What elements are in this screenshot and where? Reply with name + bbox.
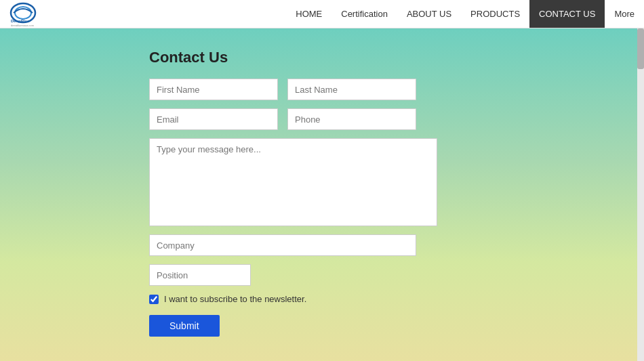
email-input[interactable] [149, 108, 278, 130]
submit-button[interactable]: Submit [149, 315, 220, 337]
contact-title: Contact Us [149, 49, 644, 66]
first-name-input[interactable] [149, 79, 278, 100]
newsletter-checkbox[interactable] [149, 295, 159, 304]
svg-text:deepblueaqua.com: deepblueaqua.com [11, 24, 35, 26]
company-input[interactable] [149, 234, 416, 256]
logo[interactable]: DeepBlue deepblueaqua.com [0, 2, 43, 26]
nav-certification[interactable]: Certification [331, 0, 397, 28]
position-row [149, 264, 644, 286]
svg-text:DeepBlue: DeepBlue [11, 19, 30, 23]
last-name-input[interactable] [287, 79, 416, 100]
contact-row [149, 108, 644, 130]
nav-products[interactable]: PRODUCTS [461, 0, 529, 28]
nav-links: HOME Certification ABOUT US PRODUCTS CON… [286, 0, 644, 28]
main-content: Contact Us I want to subscribe to the ne… [0, 28, 644, 361]
position-input[interactable] [149, 264, 251, 286]
nav-home[interactable]: HOME [286, 0, 331, 28]
newsletter-label: I want to subscribe to the newsletter. [164, 294, 306, 304]
nav-contact-us[interactable]: CONTACT US [529, 0, 605, 28]
contact-container: Contact Us I want to subscribe to the ne… [0, 49, 644, 337]
navbar: DeepBlue deepblueaqua.com HOME Certifica… [0, 0, 644, 28]
name-row [149, 79, 644, 100]
scrollbar-thumb[interactable] [637, 28, 644, 69]
phone-input[interactable] [287, 108, 416, 130]
scrollbar[interactable] [637, 28, 644, 361]
newsletter-row: I want to subscribe to the newsletter. [149, 294, 644, 304]
message-row [149, 138, 644, 226]
company-row [149, 234, 644, 256]
nav-more[interactable]: More [605, 0, 644, 28]
nav-about-us[interactable]: ABOUT US [397, 0, 461, 28]
message-textarea[interactable] [149, 138, 437, 226]
